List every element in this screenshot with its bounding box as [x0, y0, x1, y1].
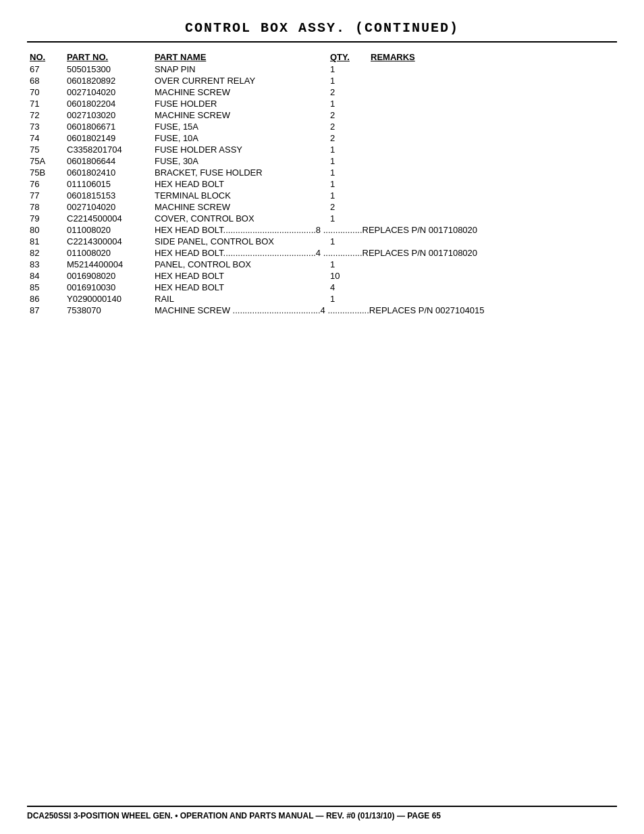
cell-qty: 1	[327, 213, 368, 224]
table-row: 720027103020MACHINE SCREW2	[27, 109, 617, 121]
cell-remarks	[368, 190, 617, 201]
cell-no: 72	[27, 109, 64, 121]
cell-part-name: HEX HEAD BOLT...........................…	[152, 224, 617, 236]
cell-remarks	[368, 282, 617, 293]
cell-qty: 2	[327, 109, 368, 121]
cell-part-no: C2214300004	[64, 236, 152, 247]
cell-part-name: SNAP PIN	[152, 63, 327, 75]
cell-no: 87	[27, 305, 64, 316]
cell-no: 73	[27, 121, 64, 132]
cell-part-no: 0601802149	[64, 132, 152, 144]
table-row: 780027104020MACHINE SCREW2	[27, 201, 617, 213]
table-row: 86Y0290000140RAIL1	[27, 293, 617, 305]
cell-part-no: C2214500004	[64, 213, 152, 224]
cell-no: 70	[27, 86, 64, 98]
cell-part-no: 011106015	[64, 178, 152, 190]
cell-remarks	[368, 75, 617, 86]
cell-part-no: 0027104020	[64, 201, 152, 213]
cell-no: 83	[27, 259, 64, 270]
cell-qty: 1	[327, 98, 368, 109]
cell-part-name: OVER CURRENT RELAY	[152, 75, 327, 86]
cell-no: 80	[27, 224, 64, 236]
cell-part-name: MACHINE SCREW	[152, 109, 327, 121]
cell-remarks	[368, 63, 617, 75]
table-row: 680601820892OVER CURRENT RELAY1	[27, 75, 617, 86]
cell-remarks	[368, 293, 617, 305]
cell-part-name: TERMINAL BLOCK	[152, 190, 327, 201]
table-row: 76011106015HEX HEAD BOLT1	[27, 178, 617, 190]
cell-part-no: 0016908020	[64, 270, 152, 282]
table-row: 81C2214300004SIDE PANEL, CONTROL BOX1	[27, 236, 617, 247]
cell-part-no: 0601815153	[64, 190, 152, 201]
cell-part-no: 011008020	[64, 247, 152, 259]
cell-part-no: M5214400004	[64, 259, 152, 270]
cell-remarks	[368, 270, 617, 282]
cell-no: 86	[27, 293, 64, 305]
cell-no: 77	[27, 190, 64, 201]
cell-part-name: PANEL, CONTROL BOX	[152, 259, 327, 270]
parts-table: NO. PART NO. PART NAME QTY. REMARKS 6750…	[27, 51, 617, 316]
table-row: 83M5214400004PANEL, CONTROL BOX1	[27, 259, 617, 270]
cell-part-no: 0601802410	[64, 167, 152, 178]
cell-part-no: 0601806671	[64, 121, 152, 132]
cell-remarks	[368, 144, 617, 155]
table-row: 75B0601802410BRACKET, FUSE HOLDER1	[27, 167, 617, 178]
table-row: 700027104020MACHINE SCREW2	[27, 86, 617, 98]
cell-part-name: FUSE HOLDER ASSY	[152, 144, 327, 155]
cell-remarks	[368, 259, 617, 270]
header-qty: QTY.	[327, 51, 368, 63]
cell-part-no: 0016910030	[64, 282, 152, 293]
cell-no: 81	[27, 236, 64, 247]
cell-part-name: FUSE, 15A	[152, 121, 327, 132]
cell-part-name: MACHINE SCREW	[152, 86, 327, 98]
cell-qty: 1	[327, 155, 368, 167]
cell-qty: 1	[327, 178, 368, 190]
header-part-no: PART NO.	[64, 51, 152, 63]
cell-qty: 2	[327, 86, 368, 98]
table-row: 740601802149FUSE, 10A2	[27, 132, 617, 144]
cell-part-no: 7538070	[64, 305, 152, 316]
table-row: 75C3358201704FUSE HOLDER ASSY1	[27, 144, 617, 155]
cell-qty: 10	[327, 270, 368, 282]
table-row: 80011008020HEX HEAD BOLT................…	[27, 224, 617, 236]
table-row: 840016908020HEX HEAD BOLT10	[27, 270, 617, 282]
cell-part-name: MACHINE SCREW ..........................…	[152, 305, 617, 316]
cell-no: 75B	[27, 167, 64, 178]
cell-part-no: Y0290000140	[64, 293, 152, 305]
cell-qty: 1	[327, 293, 368, 305]
cell-part-name: MACHINE SCREW	[152, 201, 327, 213]
cell-part-name: BRACKET, FUSE HOLDER	[152, 167, 327, 178]
table-row: 850016910030HEX HEAD BOLT4	[27, 282, 617, 293]
cell-part-no: C3358201704	[64, 144, 152, 155]
cell-part-name: RAIL	[152, 293, 327, 305]
cell-no: 82	[27, 247, 64, 259]
cell-part-name: HEX HEAD BOLT	[152, 178, 327, 190]
cell-part-no: 0601802204	[64, 98, 152, 109]
cell-qty: 1	[327, 167, 368, 178]
cell-remarks	[368, 167, 617, 178]
cell-remarks	[368, 109, 617, 121]
cell-no: 85	[27, 282, 64, 293]
cell-qty: 1	[327, 63, 368, 75]
cell-qty: 2	[327, 121, 368, 132]
header-part-name: PART NAME	[152, 51, 327, 63]
cell-remarks	[368, 132, 617, 144]
cell-part-name: FUSE, 10A	[152, 132, 327, 144]
cell-no: 75	[27, 144, 64, 155]
cell-no: 71	[27, 98, 64, 109]
cell-remarks	[368, 86, 617, 98]
cell-part-no: 0601806644	[64, 155, 152, 167]
footer-text: DCA250SSI 3-POSITION WHEEL GEN. • OPERAT…	[27, 806, 617, 820]
header-remarks: REMARKS	[368, 51, 617, 63]
cell-part-name: HEX HEAD BOLT	[152, 270, 327, 282]
cell-qty: 1	[327, 75, 368, 86]
table-row: 730601806671FUSE, 15A2	[27, 121, 617, 132]
table-row: 67505015300SNAP PIN1	[27, 63, 617, 75]
cell-part-name: HEX HEAD BOLT	[152, 282, 327, 293]
cell-no: 74	[27, 132, 64, 144]
cell-remarks	[368, 121, 617, 132]
table-row: 75A0601806644FUSE, 30A1	[27, 155, 617, 167]
cell-no: 67	[27, 63, 64, 75]
cell-remarks	[368, 213, 617, 224]
cell-no: 78	[27, 201, 64, 213]
